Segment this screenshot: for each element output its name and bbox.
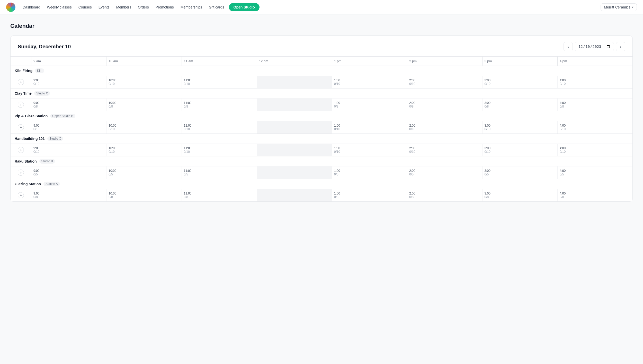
slot-cap-1-5: 0/8 — [409, 105, 480, 108]
nav-link-courses[interactable]: Courses — [75, 3, 95, 11]
slot-cell-3-7[interactable]: 4:000/10 — [557, 144, 632, 156]
slot-cell-4-6[interactable]: 3:000/5 — [482, 166, 557, 179]
slot-cell-0-4[interactable]: 1:000/10 — [332, 76, 407, 88]
calendar-section-0: Kiln FiringKiln+9:000/1010:000/1011:000/… — [11, 66, 632, 88]
add-slot-button-0[interactable]: + — [18, 79, 24, 85]
app-logo[interactable] — [6, 3, 15, 12]
slot-cell-5-5[interactable]: 2:000/8 — [407, 189, 482, 201]
section-name-2: Pip & Glaze Station — [15, 114, 48, 118]
slot-cap-2-1: 0/10 — [109, 127, 179, 131]
slot-cell-3-5[interactable]: 2:000/10 — [407, 144, 482, 156]
add-slot-button-1[interactable]: + — [18, 102, 24, 108]
add-slot-button-2[interactable]: + — [18, 124, 24, 130]
slot-time-0-2: 11:00 — [184, 78, 255, 82]
slot-cell-4-5[interactable]: 2:000/5 — [407, 166, 482, 179]
section-header-4: Raku StationStudio B — [11, 156, 632, 166]
nav-link-dashboard[interactable]: Dashboard — [20, 3, 43, 11]
slot-cap-3-4: 0/10 — [334, 150, 405, 154]
time-header-cell-3: 11 am — [182, 57, 257, 66]
slot-cell-1-4[interactable]: 1:000/8 — [332, 99, 407, 111]
slot-time-4-0: 9:00 — [33, 169, 104, 173]
nav-link-orders[interactable]: Orders — [135, 3, 152, 11]
slot-cap-1-6: 0/8 — [485, 105, 555, 108]
slot-cap-4-6: 0/5 — [485, 173, 555, 176]
section-header-5: Glazing StationStation A — [11, 179, 632, 189]
slot-cap-3-5: 0/10 — [409, 150, 480, 154]
slot-cell-2-6[interactable]: 3:000/10 — [482, 121, 557, 134]
slot-cell-2-1[interactable]: 10:000/10 — [106, 121, 181, 134]
add-slot-button-4[interactable]: + — [18, 170, 24, 176]
slot-cell-3-1[interactable]: 10:000/10 — [106, 144, 181, 156]
calendar-date-title: Sunday, December 10 — [18, 44, 71, 50]
slot-time-2-0: 9:00 — [33, 124, 104, 127]
slot-cell-1-0[interactable]: 9:000/8 — [31, 99, 106, 111]
slot-cell-2-0[interactable]: 9:000/10 — [31, 121, 106, 134]
calendar-section-3: Handbuilding 101Studio X+9:000/1010:000/… — [11, 134, 632, 156]
slot-cap-0-7: 0/10 — [560, 82, 630, 86]
prev-day-button[interactable]: ‹ — [564, 42, 573, 51]
slot-cell-2-5[interactable]: 2:000/10 — [407, 121, 482, 134]
slot-cell-2-4[interactable]: 1:000/10 — [332, 121, 407, 134]
slot-cell-4-4[interactable]: 1:000/5 — [332, 166, 407, 179]
add-slot-button-5[interactable]: + — [18, 192, 24, 198]
slot-cap-5-5: 0/8 — [409, 195, 480, 199]
next-day-button[interactable]: › — [616, 42, 625, 51]
slot-cell-3-2[interactable]: 11:000/10 — [182, 144, 257, 156]
nav-link-promotions[interactable]: Promotions — [153, 3, 177, 11]
slot-time-0-0: 9:00 — [33, 78, 104, 82]
slot-cell-5-6[interactable]: 3:000/8 — [482, 189, 557, 201]
slot-cell-4-2[interactable]: 11:000/5 — [182, 166, 257, 179]
slot-time-5-5: 2:00 — [409, 192, 480, 195]
slot-cell-1-6[interactable]: 3:000/8 — [482, 99, 557, 111]
slot-cell-0-0[interactable]: 9:000/10 — [31, 76, 106, 88]
date-picker[interactable] — [575, 42, 614, 51]
nav-link-gift-cards[interactable]: Gift cards — [206, 3, 227, 11]
slot-cell-4-7[interactable]: 4:000/5 — [557, 166, 632, 179]
slot-cap-1-0: 0/8 — [33, 105, 104, 108]
navigation: DashboardWeekly classesCoursesEventsMemb… — [0, 0, 643, 14]
nav-link-events[interactable]: Events — [95, 3, 113, 11]
slot-cell-0-6[interactable]: 3:000/10 — [482, 76, 557, 88]
slot-cell-0-1[interactable]: 10:000/10 — [106, 76, 181, 88]
slot-cell-1-5[interactable]: 2:000/8 — [407, 99, 482, 111]
slot-cell-5-0[interactable]: 9:000/8 — [31, 189, 106, 201]
slot-cell-2-7[interactable]: 4:000/10 — [557, 121, 632, 134]
add-slot-button-3[interactable]: + — [18, 147, 24, 153]
slot-cell-0-7[interactable]: 4:000/10 — [557, 76, 632, 88]
section-tag-3: Studio X — [47, 136, 63, 141]
slot-cap-1-2: 0/8 — [184, 105, 255, 108]
slot-cell-5-2[interactable]: 11:000/8 — [182, 189, 257, 201]
slot-time-3-2: 11:00 — [184, 146, 255, 150]
open-studio-button[interactable]: Open Studio — [229, 3, 260, 11]
section-row-4: +9:000/510:000/511:000/51:000/52:000/53:… — [11, 166, 632, 179]
nav-link-weekly-classes[interactable]: Weekly classes — [44, 3, 75, 11]
slot-time-2-1: 10:00 — [109, 124, 179, 127]
slot-time-0-4: 1:00 — [334, 78, 405, 82]
section-row-5: +9:000/810:000/811:000/81:000/82:000/83:… — [11, 189, 632, 201]
account-menu[interactable]: Merritt Ceramics ▾ — [601, 3, 637, 11]
slot-time-2-4: 1:00 — [334, 124, 405, 127]
slot-cell-4-1[interactable]: 10:000/5 — [106, 166, 181, 179]
slot-cell-1-7[interactable]: 4:000/8 — [557, 99, 632, 111]
slot-time-1-4: 1:00 — [334, 101, 405, 105]
slot-cell-2-2[interactable]: 11:000/10 — [182, 121, 257, 134]
slot-cell-5-7[interactable]: 4:000/8 — [557, 189, 632, 201]
section-name-3: Handbuilding 101 — [15, 137, 45, 141]
nav-link-members[interactable]: Members — [113, 3, 134, 11]
slot-cell-5-1[interactable]: 10:000/8 — [106, 189, 181, 201]
slot-cell-3-4[interactable]: 1:000/10 — [332, 144, 407, 156]
slot-cell-1-3 — [257, 99, 332, 111]
row-label-0: + — [11, 76, 31, 88]
slot-cell-4-0[interactable]: 9:000/5 — [31, 166, 106, 179]
slot-time-0-1: 10:00 — [109, 78, 179, 82]
slot-cell-0-5[interactable]: 2:000/10 — [407, 76, 482, 88]
slot-cell-1-2[interactable]: 11:000/8 — [182, 99, 257, 111]
slot-cell-3-6[interactable]: 3:000/10 — [482, 144, 557, 156]
slot-time-4-4: 1:00 — [334, 169, 405, 173]
slot-cell-0-2[interactable]: 11:000/10 — [182, 76, 257, 88]
slot-cell-5-4[interactable]: 1:000/8 — [332, 189, 407, 201]
slot-cell-1-1[interactable]: 10:000/8 — [106, 99, 181, 111]
slot-time-1-6: 3:00 — [485, 101, 555, 105]
slot-cell-3-0[interactable]: 9:000/10 — [31, 144, 106, 156]
nav-link-memberships[interactable]: Memberships — [177, 3, 205, 11]
